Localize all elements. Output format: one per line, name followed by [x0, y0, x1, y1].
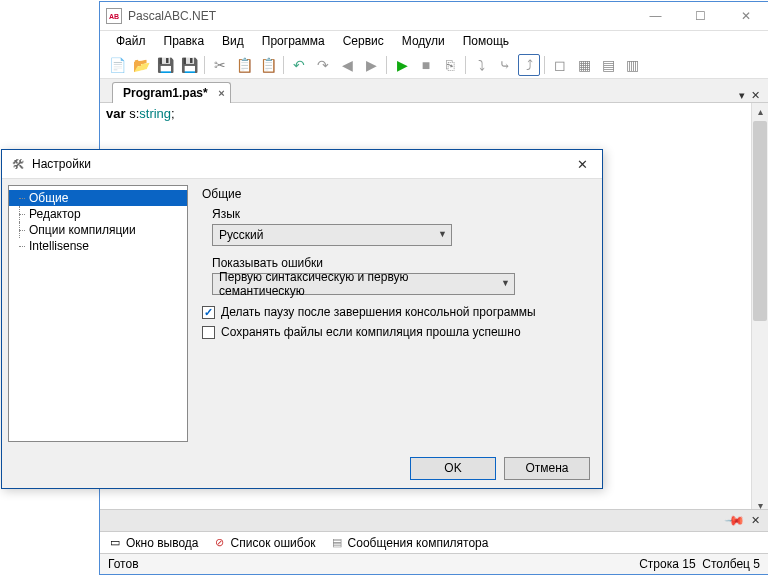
- separator: [544, 56, 545, 74]
- form-icon[interactable]: ◻: [549, 54, 571, 76]
- select-value: Русский: [219, 228, 264, 242]
- tab-label: Окно вывода: [126, 536, 199, 550]
- bottom-tabs: ▭ Окно вывода ⊘ Список ошибок ▤ Сообщени…: [100, 531, 768, 553]
- status-col: Столбец 5: [702, 557, 760, 571]
- separator: [204, 56, 205, 74]
- scroll-thumb[interactable]: [753, 121, 767, 321]
- code-keyword: var: [106, 106, 126, 121]
- document-tabs: Program1.pas* × ▾ ✕: [100, 79, 768, 103]
- props-icon[interactable]: ▤: [597, 54, 619, 76]
- cancel-button[interactable]: Отмена: [504, 457, 590, 480]
- step-over-icon[interactable]: ⤵: [470, 54, 492, 76]
- step-out-icon[interactable]: ⤴: [518, 54, 540, 76]
- select-value: Первую синтаксическую и первую семантиче…: [219, 270, 492, 298]
- menu-help[interactable]: Помощь: [455, 32, 517, 50]
- compiler-icon: ▤: [330, 536, 344, 550]
- tab-program1[interactable]: Program1.pas* ×: [112, 82, 231, 103]
- checkbox-label: Делать паузу после завершения консольной…: [221, 305, 536, 319]
- new-icon[interactable]: 📄: [106, 54, 128, 76]
- checkbox-label: Сохранять файлы если компиляция прошла у…: [221, 325, 521, 339]
- pause-checkbox[interactable]: ✓: [202, 306, 215, 319]
- status-position: Строка 15 Столбец 5: [639, 557, 760, 571]
- language-label: Язык: [212, 207, 588, 221]
- menu-program[interactable]: Программа: [254, 32, 333, 50]
- dialog-body: Общие Редактор Опции компиляции Intellis…: [2, 179, 602, 448]
- tree-item-general[interactable]: Общие: [9, 190, 187, 206]
- close-button[interactable]: ✕: [723, 2, 768, 30]
- scroll-up-icon[interactable]: ▴: [752, 103, 768, 120]
- app-title: PascalABC.NET: [128, 9, 633, 23]
- statusbar: Готов Строка 15 Столбец 5: [100, 553, 768, 574]
- tab-output[interactable]: ▭ Окно вывода: [108, 536, 199, 550]
- dialog-footer: OK Отмена: [2, 448, 602, 488]
- menu-edit[interactable]: Правка: [156, 32, 213, 50]
- app-titlebar: AB PascalABC.NET — ☐ ✕: [100, 2, 768, 31]
- separator: [283, 56, 284, 74]
- maximize-button[interactable]: ☐: [678, 2, 723, 30]
- code-text: s:: [126, 106, 140, 121]
- redo-icon[interactable]: ↷: [312, 54, 334, 76]
- pause-checkbox-row: ✓ Делать паузу после завершения консольн…: [202, 305, 588, 319]
- events-icon[interactable]: ▥: [621, 54, 643, 76]
- scrollbar-vertical[interactable]: ▴ ▾: [751, 103, 768, 514]
- settings-dialog: 🛠 Настройки ✕ Общие Редактор Опции компи…: [1, 149, 603, 489]
- undo-icon[interactable]: ↶: [288, 54, 310, 76]
- copy-icon[interactable]: 📋: [233, 54, 255, 76]
- stop-icon[interactable]: ■: [415, 54, 437, 76]
- ok-button[interactable]: OK: [410, 457, 496, 480]
- menubar: Файл Правка Вид Программа Сервис Модули …: [100, 31, 768, 51]
- window-controls: — ☐ ✕: [633, 2, 768, 30]
- save-checkbox-row: Сохранять файлы если компиляция прошла у…: [202, 325, 588, 339]
- panel-toolbar: 📌 ✕: [100, 509, 768, 531]
- tree-item-compile[interactable]: Опции компиляции: [9, 222, 187, 238]
- toolbar: 📄 📂 💾 💾 ✂ 📋 📋 ↶ ↷ ◀ ▶ ▶ ■ ⎘ ⤵ ⤷ ⤴ ◻ ▦ ▤ …: [100, 51, 768, 79]
- menu-view[interactable]: Вид: [214, 32, 252, 50]
- dialog-titlebar: 🛠 Настройки ✕: [2, 150, 602, 179]
- menu-file[interactable]: Файл: [108, 32, 154, 50]
- tree-item-editor[interactable]: Редактор: [9, 206, 187, 222]
- errors-icon: ⊘: [213, 536, 227, 550]
- separator: [465, 56, 466, 74]
- compile-icon[interactable]: ⎘: [439, 54, 461, 76]
- tab-label: Список ошибок: [231, 536, 316, 550]
- minimize-button[interactable]: —: [633, 2, 678, 30]
- menu-modules[interactable]: Модули: [394, 32, 453, 50]
- tab-label: Сообщения компилятора: [348, 536, 489, 550]
- pin-icon[interactable]: 📌: [724, 510, 746, 532]
- code-text: ;: [171, 106, 175, 121]
- settings-tree: Общие Редактор Опции компиляции Intellis…: [8, 185, 188, 442]
- errors-select[interactable]: Первую синтаксическую и первую семантиче…: [212, 273, 515, 295]
- output-icon: ▭: [108, 536, 122, 550]
- settings-icon: 🛠: [10, 156, 26, 172]
- save-icon[interactable]: 💾: [154, 54, 176, 76]
- step-into-icon[interactable]: ⤷: [494, 54, 516, 76]
- save-checkbox[interactable]: [202, 326, 215, 339]
- paste-icon[interactable]: 📋: [257, 54, 279, 76]
- separator: [386, 56, 387, 74]
- tab-controls: ▾ ✕: [739, 89, 768, 102]
- tab-compiler[interactable]: ▤ Сообщения компилятора: [330, 536, 489, 550]
- cut-icon[interactable]: ✂: [209, 54, 231, 76]
- tab-label: Program1.pas*: [123, 86, 208, 100]
- app-icon: AB: [106, 8, 122, 24]
- chevron-down-icon: ▼: [501, 278, 510, 288]
- design-icon[interactable]: ▦: [573, 54, 595, 76]
- section-title: Общие: [202, 187, 588, 201]
- status-text: Готов: [108, 557, 139, 571]
- open-icon[interactable]: 📂: [130, 54, 152, 76]
- language-row: Язык Русский ▼: [212, 207, 588, 246]
- save-all-icon[interactable]: 💾: [178, 54, 200, 76]
- menu-service[interactable]: Сервис: [335, 32, 392, 50]
- dialog-close-button[interactable]: ✕: [562, 150, 602, 178]
- tab-errors[interactable]: ⊘ Список ошибок: [213, 536, 316, 550]
- back-icon[interactable]: ◀: [336, 54, 358, 76]
- language-select[interactable]: Русский ▼: [212, 224, 452, 246]
- tab-close-icon[interactable]: ✕: [751, 89, 760, 102]
- dialog-title: Настройки: [32, 157, 562, 171]
- tab-dropdown-icon[interactable]: ▾: [739, 89, 745, 102]
- forward-icon[interactable]: ▶: [360, 54, 382, 76]
- tree-item-intellisense[interactable]: Intellisense: [9, 238, 187, 254]
- panel-close-icon[interactable]: ✕: [751, 514, 760, 527]
- close-tab-icon[interactable]: ×: [218, 87, 224, 99]
- run-icon[interactable]: ▶: [391, 54, 413, 76]
